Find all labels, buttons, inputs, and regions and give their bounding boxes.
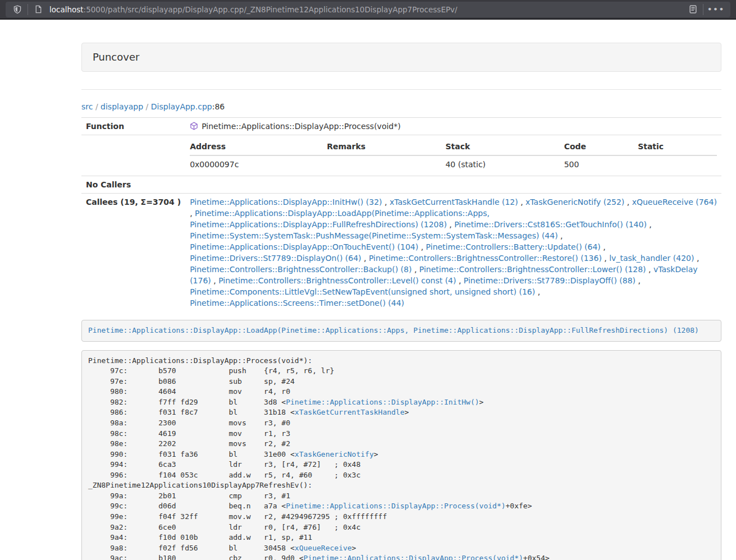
page-icon[interactable] bbox=[32, 3, 44, 16]
callee-separator: , bbox=[647, 220, 652, 229]
column-header-static: Static bbox=[638, 138, 717, 155]
table-row: 0x0000097c 40 (static) 500 bbox=[190, 155, 717, 173]
asm-symbol-link[interactable]: xTaskGetCurrentTaskHandle bbox=[295, 408, 405, 416]
callee-link[interactable]: xTaskGetCurrentTaskHandle (12) bbox=[390, 198, 518, 206]
callee-link[interactable]: Pinetime::Applications::DisplayApp::Init… bbox=[190, 198, 382, 206]
callee-separator: , bbox=[694, 254, 699, 263]
callees-row: Callees (19, Σ=3704 ) Pinetime::Applicat… bbox=[81, 194, 721, 312]
url-host: localhost bbox=[49, 5, 84, 14]
asm-symbol-link[interactable]: Pinetime::Applications::DisplayApp::Proc… bbox=[304, 554, 523, 560]
callee-separator: , bbox=[418, 242, 426, 251]
column-header-remarks: Remarks bbox=[327, 138, 445, 155]
divider bbox=[81, 89, 721, 90]
breadcrumb: src / displayapp / DisplayApp.cpp:86 bbox=[81, 101, 721, 112]
function-name: Pinetime::Applications::DisplayApp::Proc… bbox=[202, 122, 401, 131]
browser-toolbar: localhost:5000/path/src/displayapp/Displ… bbox=[0, 0, 736, 20]
stats-row: Address Remarks Stack Code Static 0x0000… bbox=[81, 135, 721, 176]
page-container: Puncover src / displayapp / DisplayApp.c… bbox=[81, 20, 721, 560]
breadcrumb-separator: / bbox=[93, 102, 100, 111]
callee-separator: , bbox=[518, 198, 525, 206]
callee-separator: , bbox=[190, 209, 195, 218]
breadcrumb-line-number: :86 bbox=[212, 102, 225, 111]
loadapp-link[interactable]: Pinetime::Applications::DisplayApp::Load… bbox=[88, 326, 699, 334]
toolbar-separator bbox=[703, 4, 703, 15]
callee-link[interactable]: Pinetime::Components::LittleVgl::SetNewT… bbox=[190, 287, 535, 296]
callee-separator: , bbox=[558, 231, 563, 240]
disassembly-block: Pinetime::Applications::DisplayApp::Proc… bbox=[81, 350, 721, 560]
function-row: Function Pinetime::Applications::Display… bbox=[81, 118, 721, 135]
loadapp-block: Pinetime::Applications::DisplayApp::Load… bbox=[81, 320, 721, 342]
asm-symbol-link[interactable]: Pinetime::Applications::DisplayApp::Proc… bbox=[286, 502, 505, 510]
reader-mode-icon[interactable] bbox=[687, 3, 699, 16]
callee-separator: , bbox=[412, 265, 419, 274]
column-header-stack: Stack bbox=[445, 138, 564, 155]
breadcrumb-separator: / bbox=[143, 102, 151, 111]
url-bar[interactable]: localhost:5000/path/src/displayapp/Displ… bbox=[6, 2, 730, 17]
callee-separator: , bbox=[601, 242, 606, 251]
shield-icon[interactable] bbox=[11, 3, 24, 16]
column-header-code: Code bbox=[564, 138, 638, 155]
callee-link[interactable]: Pinetime::System::SystemTask::PushMessag… bbox=[190, 231, 558, 240]
breadcrumb-link[interactable]: displayapp bbox=[100, 102, 143, 111]
function-table: Function Pinetime::Applications::Display… bbox=[81, 117, 721, 311]
callee-separator: , bbox=[646, 265, 653, 274]
no-callers-label: No Callers bbox=[81, 176, 185, 194]
asm-symbol-link[interactable]: Pinetime::Applications::DisplayApp::Init… bbox=[286, 398, 479, 406]
breadcrumb-link[interactable]: src bbox=[81, 102, 93, 111]
column-header-address: Address bbox=[190, 138, 327, 155]
stat-address: 0x0000097c bbox=[190, 155, 327, 173]
callee-separator: , bbox=[535, 287, 540, 296]
callee-separator: , bbox=[362, 254, 369, 263]
callee-link[interactable]: Pinetime::Controllers::BrightnessControl… bbox=[369, 254, 602, 263]
callee-link[interactable]: Pinetime::Drivers::St7789::DisplayOn() (… bbox=[190, 254, 361, 263]
page-title: Puncover bbox=[93, 51, 139, 63]
callee-link[interactable]: Pinetime::Applications::DisplayApp::OnTo… bbox=[190, 242, 418, 251]
stat-remarks bbox=[327, 155, 445, 173]
callee-link[interactable]: xTaskGenericNotify (252) bbox=[525, 198, 624, 206]
callee-link[interactable]: xQueueReceive (764) bbox=[632, 198, 717, 206]
callee-link[interactable]: Pinetime::Controllers::BrightnessControl… bbox=[190, 265, 412, 274]
package-icon bbox=[190, 122, 198, 130]
callee-link[interactable]: Pinetime::Applications::DisplayApp::Load… bbox=[190, 209, 490, 229]
callee-separator: , bbox=[602, 254, 609, 263]
callee-separator: , bbox=[636, 276, 641, 285]
stat-static bbox=[638, 155, 717, 173]
callee-separator: , bbox=[447, 220, 454, 229]
function-label: Function bbox=[81, 118, 185, 135]
stat-stack: 40 (static) bbox=[445, 155, 564, 173]
callee-separator: , bbox=[624, 198, 632, 206]
callee-link[interactable]: Pinetime::Controllers::Battery::Update()… bbox=[426, 242, 601, 251]
callees-list: Pinetime::Applications::DisplayApp::Init… bbox=[185, 194, 721, 312]
app-header: Puncover bbox=[81, 43, 721, 72]
callee-link[interactable]: lv_task_handler (420) bbox=[609, 254, 694, 263]
asm-symbol-link[interactable]: xQueueReceive bbox=[295, 544, 352, 552]
callee-separator: , bbox=[382, 198, 390, 206]
asm-symbol-link[interactable]: xTaskGenericNotify bbox=[295, 450, 374, 458]
no-callers-row: No Callers bbox=[81, 176, 721, 194]
stat-code: 500 bbox=[564, 155, 638, 173]
callee-link[interactable]: Pinetime::Controllers::BrightnessControl… bbox=[419, 265, 646, 274]
url-path: :5000/path/src/displayapp/DisplayApp.cpp… bbox=[84, 5, 458, 14]
callees-label: Callees (19, Σ=3704 ) bbox=[81, 194, 185, 312]
callee-link[interactable]: Pinetime::Applications::Screens::Timer::… bbox=[190, 299, 404, 307]
callee-separator: , bbox=[211, 276, 218, 285]
more-menu-icon[interactable]: ••• bbox=[707, 5, 725, 13]
callee-link[interactable]: Pinetime::Controllers::BrightnessControl… bbox=[218, 276, 456, 285]
callee-separator: , bbox=[456, 276, 463, 285]
breadcrumb-link[interactable]: DisplayApp.cpp bbox=[151, 102, 212, 111]
toolbar-separator bbox=[28, 4, 28, 15]
callee-link[interactable]: Pinetime::Drivers::St7789::DisplayOff() … bbox=[464, 276, 636, 285]
url-text: localhost:5000/path/src/displayapp/Displ… bbox=[49, 5, 687, 14]
stats-table: Address Remarks Stack Code Static 0x0000… bbox=[190, 138, 717, 173]
callee-link[interactable]: Pinetime::Drivers::Cst816S::GetTouchInfo… bbox=[454, 220, 647, 229]
